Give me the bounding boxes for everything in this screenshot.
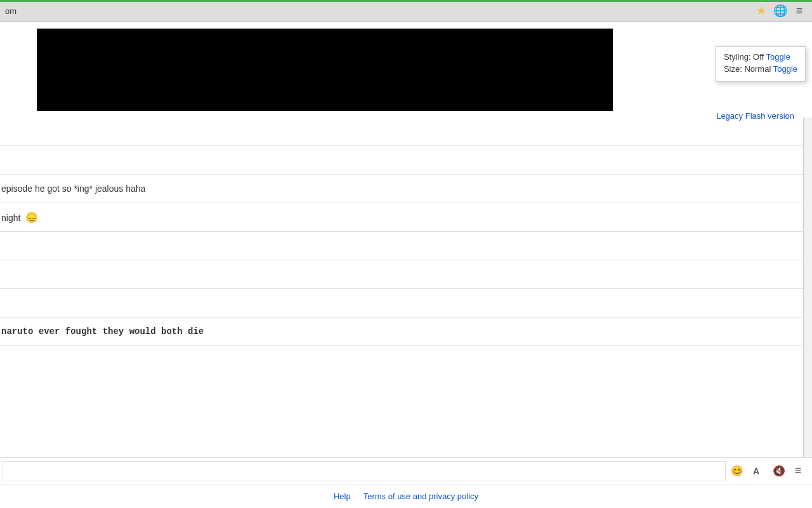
styling-label: Styling: Off <box>724 52 764 62</box>
size-toggle-link[interactable]: Toggle <box>773 64 797 74</box>
comment-text: naruto ever fought they would both die <box>1 326 204 337</box>
address-bar-area: om <box>0 0 16 22</box>
emoji-icon: 😞 <box>25 212 38 223</box>
emoji-button[interactable]: 😊 <box>730 464 745 479</box>
loading-progress-bar <box>0 0 812 2</box>
comments-area: episode he got so *ing* jealous haha nig… <box>0 117 812 457</box>
help-link[interactable]: Help <box>334 491 351 501</box>
comment-row: naruto ever fought they would both die <box>0 318 812 346</box>
comment-row <box>0 146 812 175</box>
comment-row <box>0 289 812 318</box>
volume-button[interactable]: 🔇 <box>771 464 787 479</box>
comment-row: episode he got so *ing* jealous haha <box>0 175 812 203</box>
volume-icon: 🔇 <box>773 465 785 477</box>
address-text: om <box>5 6 16 16</box>
menu-icon: ≡ <box>796 4 803 18</box>
video-player[interactable] <box>37 29 613 111</box>
size-label: Size: Normal <box>724 64 771 74</box>
chat-input-area: 😊 A 🔇 ≡ <box>0 457 812 484</box>
scrollbar-track[interactable] <box>803 117 812 457</box>
comment-text: night 😞 <box>1 211 38 224</box>
page-content: Legacy Flash version Styling: Off Toggle… <box>0 22 812 508</box>
globe-icon: 🌐 <box>773 4 787 18</box>
size-row: Size: Normal Toggle <box>724 64 797 74</box>
input-icons: 😊 A <box>726 464 768 479</box>
comment-row <box>0 232 812 260</box>
chat-input[interactable] <box>3 461 726 481</box>
font-icon: A <box>753 466 759 476</box>
more-icon: ≡ <box>795 464 802 478</box>
browser-icons: ★ 🌐 ≡ <box>754 3 807 18</box>
browser-toolbar: om ★ 🌐 ≡ <box>0 0 812 22</box>
comment-row <box>0 260 812 289</box>
comment-text: episode he got so *ing* jealous haha <box>1 184 145 194</box>
input-right-icons: 🔇 ≡ <box>768 464 809 479</box>
styling-popup: Styling: Off Toggle Size: Normal Toggle <box>716 46 806 82</box>
styling-toggle-link[interactable]: Toggle <box>766 52 790 62</box>
star-icon: ★ <box>756 4 766 18</box>
comment-row: night 😞 <box>0 203 812 232</box>
menu-button[interactable]: ≡ <box>792 3 807 18</box>
emoji-picker-icon: 😊 <box>731 465 743 477</box>
comment-row <box>0 117 812 146</box>
globe-button[interactable]: 🌐 <box>773 3 788 18</box>
styling-row: Styling: Off Toggle <box>724 52 797 62</box>
font-button[interactable]: A <box>749 464 764 479</box>
terms-link[interactable]: Terms of use and privacy policy <box>363 491 478 501</box>
bookmark-button[interactable]: ★ <box>754 3 769 18</box>
page-footer: Help Terms of use and privacy policy <box>0 484 812 508</box>
more-options-button[interactable]: ≡ <box>790 464 806 479</box>
